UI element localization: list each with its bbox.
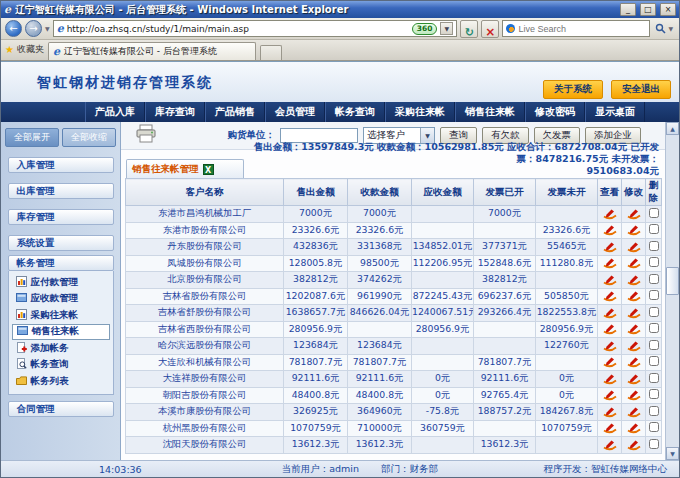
nav-item-显示桌面[interactable]: 显示桌面 (585, 102, 645, 122)
favorites-button[interactable]: ★ 收藏夹 (5, 43, 44, 60)
sidebar-item-帐务列表[interactable]: 帐务列表 (12, 373, 110, 390)
edit-icon[interactable] (622, 206, 646, 223)
sold-amount: 23326.6元 (284, 222, 348, 239)
receivable-amount: 112206.95元 (412, 255, 474, 272)
edit-icon[interactable] (622, 288, 646, 305)
delete-checkbox[interactable] (649, 323, 659, 333)
delete-checkbox[interactable] (649, 439, 659, 449)
view-icon[interactable] (598, 272, 622, 289)
delete-checkbox[interactable] (649, 208, 659, 218)
edit-icon[interactable] (622, 371, 646, 388)
delete-checkbox[interactable] (649, 307, 659, 317)
delete-checkbox[interactable] (649, 274, 659, 284)
edit-icon[interactable] (622, 239, 646, 256)
view-icon[interactable] (598, 222, 622, 239)
sidebar-item-帐务查询[interactable]: 帐务查询 (12, 357, 110, 374)
view-icon[interactable] (598, 305, 622, 322)
sidebar-item-应付款管理[interactable]: 应付款管理 (12, 274, 110, 291)
view-icon[interactable] (598, 255, 622, 272)
delete-checkbox[interactable] (649, 406, 659, 416)
magnifier-icon[interactable] (655, 23, 666, 34)
view-icon[interactable] (598, 404, 622, 421)
nav-item-产品入库[interactable]: 产品入库 (85, 102, 145, 122)
view-icon[interactable] (598, 338, 622, 355)
edit-icon[interactable] (622, 321, 646, 338)
view-icon[interactable] (598, 420, 622, 437)
view-icon[interactable] (598, 437, 622, 454)
excel-export-icon[interactable]: X (203, 164, 214, 175)
edit-icon[interactable] (622, 420, 646, 437)
360-badge[interactable]: 360 (412, 23, 438, 35)
nav-item-会员管理[interactable]: 会员管理 (265, 102, 325, 122)
sidebar-item-采购往来帐[interactable]: 采购往来帐 (12, 307, 110, 324)
edit-icon[interactable] (622, 437, 646, 454)
browser-tab[interactable]: e 辽宁智虹传媒有限公司 - 后台管理系统 (48, 42, 256, 60)
sidebar-section-contract[interactable]: 合同管理 (8, 401, 114, 417)
delete-checkbox[interactable] (649, 373, 659, 383)
edit-icon[interactable] (622, 222, 646, 239)
search-input[interactable] (518, 24, 646, 34)
delete-checkbox[interactable] (649, 290, 659, 300)
forward-button[interactable]: → (25, 20, 42, 37)
stop-button[interactable]: × (481, 20, 499, 38)
view-icon[interactable] (598, 206, 622, 223)
new-tab-stub[interactable] (260, 45, 282, 60)
sidebar-section-系统设置[interactable]: 系统设置 (8, 235, 114, 251)
view-icon[interactable] (598, 371, 622, 388)
back-button[interactable]: ← (5, 20, 22, 37)
url-dropdown-icon[interactable]: ▼ (440, 22, 453, 35)
delete-checkbox[interactable] (649, 257, 659, 267)
minimize-button[interactable]: _ (620, 3, 636, 16)
edit-icon[interactable] (622, 338, 646, 355)
about-system-button[interactable]: 关于系统 (543, 80, 603, 99)
sidebar-section-库存管理[interactable]: 库存管理 (8, 209, 114, 225)
url-text[interactable]: http://oa.zhsq.cn/study/1/main/main.asp (67, 24, 409, 34)
sidebar-item-应收款管理[interactable]: 应收款管理 (12, 291, 110, 308)
view-icon[interactable] (598, 239, 622, 256)
delete-checkbox[interactable] (649, 340, 659, 350)
nav-item-帐务查询[interactable]: 帐务查询 (325, 102, 385, 122)
delete-checkbox[interactable] (649, 356, 659, 366)
close-button[interactable]: × (660, 3, 676, 16)
nav-item-采购往来帐[interactable]: 采购往来帐 (385, 102, 455, 122)
view-icon[interactable] (598, 288, 622, 305)
nav-item-产品销售[interactable]: 产品销售 (205, 102, 265, 122)
sidebar-item-添加帐务[interactable]: 添加帐务 (12, 340, 110, 357)
view-icon[interactable] (598, 387, 622, 404)
view-icon[interactable] (598, 321, 622, 338)
edit-icon[interactable] (622, 272, 646, 289)
delete-checkbox[interactable] (649, 241, 659, 251)
delete-checkbox[interactable] (649, 224, 659, 234)
search-go-zone[interactable]: ▼ (653, 23, 675, 34)
sidebar-item-销售往来帐[interactable]: 销售往来帐 (12, 324, 110, 341)
delete-checkbox[interactable] (649, 389, 659, 399)
nav-item-修改密码[interactable]: 修改密码 (525, 102, 585, 122)
sidebar-section-入库管理[interactable]: 入库管理 (8, 157, 114, 173)
refresh-button[interactable]: ↻ (460, 20, 478, 38)
view-icon[interactable] (598, 354, 622, 371)
edit-icon[interactable] (622, 404, 646, 421)
expand-all-button[interactable]: 全部展开 (5, 128, 59, 147)
edit-icon[interactable] (622, 354, 646, 371)
delete-checkbox[interactable] (649, 422, 659, 432)
search-options-icon[interactable]: ▼ (668, 25, 673, 32)
nav-item-销售往来帐[interactable]: 销售往来帐 (455, 102, 525, 122)
sidebar-section-出库管理[interactable]: 出库管理 (8, 183, 114, 199)
edit-icon[interactable] (622, 305, 646, 322)
vertical-scrollbar[interactable]: ▲ ▼ (665, 122, 679, 460)
url-field[interactable]: e http://oa.zhsq.cn/study/1/main/main.as… (53, 20, 458, 37)
scrollbar-thumb[interactable] (666, 267, 679, 295)
nav-item-库存查询[interactable]: 库存查询 (145, 102, 205, 122)
scroll-up-icon[interactable]: ▲ (666, 122, 679, 135)
restore-button[interactable]: □ (640, 3, 656, 16)
edit-icon[interactable] (622, 387, 646, 404)
sales-accounts-tab[interactable]: 销售往来帐管理 X (126, 159, 244, 178)
search-box[interactable] (502, 20, 650, 37)
sidebar-section-accounts[interactable]: 帐务管理 (8, 255, 114, 271)
collapse-all-button[interactable]: 全部收缩 (62, 128, 116, 147)
scroll-down-icon[interactable]: ▼ (666, 447, 679, 460)
printer-icon[interactable] (135, 124, 157, 147)
edit-icon[interactable] (622, 255, 646, 272)
history-dropdown-icon[interactable]: ▼ (45, 25, 50, 32)
safe-logout-button[interactable]: 安全退出 (611, 80, 671, 99)
